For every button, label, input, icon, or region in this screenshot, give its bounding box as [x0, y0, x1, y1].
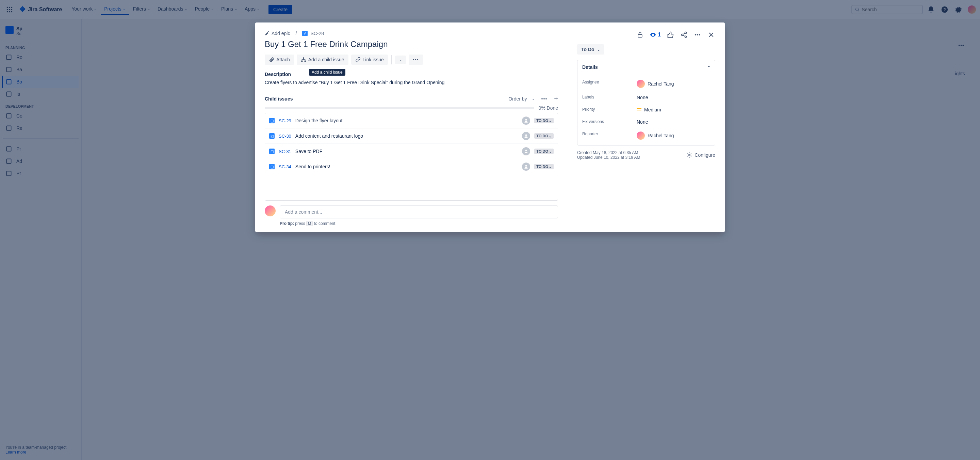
modal-backdrop: 1 Add epic / SC-28 Buy 1 Get 1 Free Drin…	[0, 0, 980, 19]
